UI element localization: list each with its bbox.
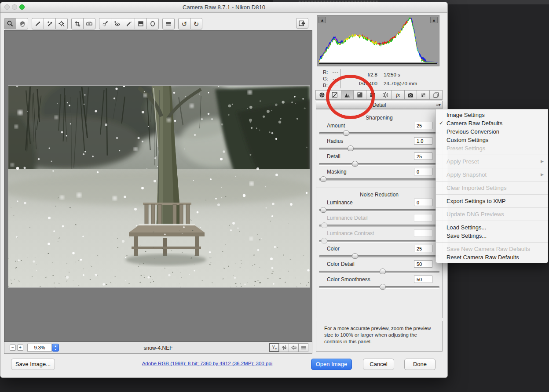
menu-item-label: Save New Camera Raw Defaults xyxy=(447,246,530,252)
tab-camera-calibration[interactable] xyxy=(404,90,417,100)
slider-track[interactable] xyxy=(319,132,439,135)
tab-lens-corrections[interactable] xyxy=(379,90,392,100)
slider-track[interactable] xyxy=(319,178,439,181)
slider-value-field[interactable] xyxy=(414,245,432,252)
slider-label: Luminance xyxy=(327,200,353,206)
slider-label: Amount xyxy=(327,123,345,129)
menu-item-save-settings[interactable]: Save Settings... xyxy=(436,232,548,240)
slider-value-field[interactable] xyxy=(414,260,432,268)
preview-mode-button[interactable]: Y▾ xyxy=(269,343,279,352)
menu-item-reset-camera-raw-defaults[interactable]: Reset Camera Raw Defaults xyxy=(436,253,548,261)
hand-tool-button[interactable] xyxy=(16,18,28,29)
rotate-right-button[interactable]: ↻ xyxy=(190,18,202,29)
menu-separator xyxy=(436,168,548,168)
slider-label: Luminance Contrast xyxy=(327,230,374,236)
heal-brush-icon xyxy=(102,20,109,27)
slider-thumb[interactable] xyxy=(380,284,386,290)
save-image-button[interactable]: Save Image... xyxy=(11,359,55,370)
slider-value-field[interactable] xyxy=(414,122,432,129)
slider-track[interactable] xyxy=(319,240,439,243)
copy-settings-button[interactable] xyxy=(289,343,299,352)
done-button[interactable]: Done xyxy=(404,359,436,370)
slider-thumb[interactable] xyxy=(380,269,386,274)
tab-basic[interactable] xyxy=(315,90,329,100)
red-eye-tool-button[interactable] xyxy=(111,18,123,29)
tab-split-toning[interactable] xyxy=(366,90,379,100)
slider-track[interactable] xyxy=(319,225,439,227)
slider-thumb[interactable] xyxy=(321,222,327,228)
slider-value-field xyxy=(414,214,432,221)
slider-value-field[interactable] xyxy=(414,152,432,160)
slider-track[interactable] xyxy=(319,286,439,289)
menu-item-camera-raw-defaults[interactable]: ✓Camera Raw Defaults xyxy=(436,119,548,127)
slider-thumb[interactable] xyxy=(352,253,358,259)
highlight-clipping-toggle[interactable]: ▲ xyxy=(430,17,438,23)
crop-tool-button[interactable] xyxy=(71,18,84,29)
slider-value-field[interactable] xyxy=(414,137,432,145)
r-label: R: xyxy=(323,69,328,76)
slider-thumb[interactable] xyxy=(352,161,358,167)
panel-menu-button[interactable]: ≡▾ xyxy=(436,102,440,108)
straighten-tool-button[interactable] xyxy=(83,18,95,29)
open-image-button[interactable]: Open Image xyxy=(311,359,352,370)
menu-item-label: Load Settings... xyxy=(447,224,486,231)
rotate-left-button[interactable]: ↺ xyxy=(178,18,190,29)
tab-snapshots[interactable] xyxy=(429,90,443,100)
slider-sections: Sharpening Amount Radius Detail Masking … xyxy=(316,115,442,290)
zoom-tool-button[interactable] xyxy=(4,18,16,29)
spot-removal-tool-button[interactable] xyxy=(99,18,111,29)
slider-thumb[interactable] xyxy=(343,130,349,136)
menu-item-label: Reset Camera Raw Defaults xyxy=(447,254,519,261)
slider-label: Color Detail xyxy=(327,261,355,267)
tab-hsl-grayscale[interactable] xyxy=(353,90,366,100)
fullscreen-icon xyxy=(298,20,306,27)
targeted-adjustment-tool-button[interactable] xyxy=(55,18,68,29)
brush-icon xyxy=(125,20,132,27)
slider-thumb[interactable] xyxy=(320,176,326,182)
slider-thumb[interactable] xyxy=(320,207,326,213)
camera-icon xyxy=(407,91,414,98)
slider-thumb[interactable] xyxy=(321,238,327,243)
adjustment-brush-tool-button[interactable] xyxy=(123,18,135,29)
preferences-tool-button[interactable] xyxy=(162,18,175,29)
menu-separator xyxy=(436,242,548,243)
histogram: ▲ ▲ xyxy=(317,15,439,66)
tab-presets[interactable] xyxy=(417,90,430,100)
tab-detail[interactable] xyxy=(341,90,354,100)
preview-y-icon: Y▾ xyxy=(272,345,277,351)
swap-before-after-button[interactable] xyxy=(279,343,289,352)
slider-thumb[interactable] xyxy=(348,145,354,151)
menu-item-load-settings[interactable]: Load Settings... xyxy=(436,223,548,232)
slider-luminance-detail: Luminance Detail xyxy=(319,214,439,229)
tab-effects[interactable]: fx xyxy=(392,90,405,100)
slider-track[interactable] xyxy=(319,209,439,212)
slider-label: Detail xyxy=(327,153,340,160)
graduated-filter-tool-button[interactable] xyxy=(135,18,147,29)
level-icon xyxy=(86,20,93,27)
menu-item-custom-settings[interactable]: Custom Settings xyxy=(436,136,548,144)
white-balance-tool-button[interactable] xyxy=(32,18,44,29)
cancel-button[interactable]: Cancel xyxy=(363,359,394,370)
slider-track[interactable] xyxy=(319,163,439,166)
slider-value-field[interactable] xyxy=(414,276,432,283)
menu-item-image-settings[interactable]: Image Settings xyxy=(436,111,548,119)
slider-track[interactable] xyxy=(319,255,439,258)
radial-filter-tool-button[interactable] xyxy=(146,18,159,29)
preview-preferences-button[interactable] xyxy=(298,343,308,352)
slider-value-field[interactable] xyxy=(414,168,432,175)
menu-item-label: Clear Imported Settings xyxy=(447,185,507,191)
tab-tone-curve[interactable] xyxy=(328,90,341,100)
panel-header: Detail ≡▾ xyxy=(316,101,443,109)
menu-item-export-settings-to-xmp[interactable]: Export Settings to XMP xyxy=(436,197,548,205)
color-sampler-tool-button[interactable] xyxy=(44,18,56,29)
menu-separator xyxy=(436,194,548,195)
menu-item-save-new-camera-raw-defaults: Save New Camera Raw Defaults xyxy=(436,245,548,253)
workflow-options-link[interactable]: Adobe RGB (1998); 8 bit; 7360 by 4912 (3… xyxy=(75,361,339,366)
menu-item-previous-conversion[interactable]: Previous Conversion xyxy=(436,127,548,136)
slider-track[interactable] xyxy=(319,148,439,150)
toggle-fullscreen-button[interactable] xyxy=(296,18,308,29)
slider-value-field[interactable] xyxy=(414,199,432,206)
slider-track[interactable] xyxy=(319,271,439,273)
preview-status-bar: − + ▴▾ snow-4.NEF Y▾ xyxy=(4,342,312,354)
shadow-clipping-toggle[interactable]: ▲ xyxy=(318,17,326,23)
